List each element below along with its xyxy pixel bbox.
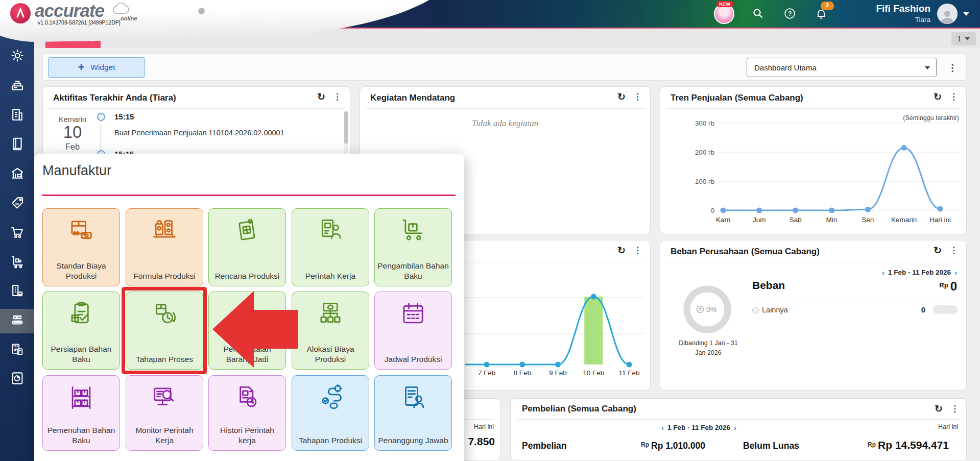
svg-text:7 Feb: 7 Feb — [478, 369, 496, 377]
building-icon — [10, 107, 25, 123]
tutorial-arrow-left-icon — [212, 291, 298, 368]
brand-name[interactable]: accurate — [35, 1, 104, 21]
sidebar-item-reports[interactable] — [0, 370, 34, 386]
svg-text:?: ? — [788, 10, 792, 17]
kebab-icon[interactable]: ⋮ — [333, 92, 342, 101]
sidebar-item-tax[interactable]: TAX — [0, 342, 34, 358]
tile-persiapan-bahan-baku[interactable]: Persiapan Bahan Baku — [42, 292, 120, 370]
refresh-icon[interactable]: ↻ — [934, 92, 942, 102]
timeline-dot — [97, 113, 105, 121]
svg-text:Min: Min — [826, 216, 838, 224]
refresh-icon[interactable]: ↻ — [617, 92, 626, 102]
activity-day-month: Feb — [53, 142, 92, 152]
bank-store-icon — [10, 166, 25, 181]
expense-legend-label: Lainnya — [762, 306, 788, 314]
sidebar-item-bank[interactable] — [0, 165, 34, 182]
sidebar-item-ledger[interactable] — [0, 136, 34, 152]
sales-trend-card: Tren Penjualan (Semua Cabang) ↻ ⋮ (Semin… — [660, 86, 967, 234]
add-widget-button[interactable]: + Widget — [48, 57, 145, 78]
expense-legend-value: 0 — [921, 305, 925, 314]
svg-text:11 Feb: 11 Feb — [618, 369, 639, 377]
help-icon[interactable]: ? — [783, 7, 796, 20]
kebab-icon[interactable]: ⋮ — [633, 92, 642, 101]
tile-formula-produksi[interactable]: Formula Produksi — [126, 208, 203, 286]
activity-text[interactable]: Buat Penerimaan Penjualan 110104.2026.02… — [114, 129, 339, 137]
svg-text:Kemarin: Kemarin — [891, 216, 917, 224]
dashboard-selector[interactable]: Dashboard Utama — [747, 58, 937, 77]
sidebar-item-settings[interactable] — [0, 47, 34, 64]
sidebar-item-inventory[interactable] — [0, 254, 34, 270]
chevron-left-icon[interactable]: ‹ — [882, 268, 885, 277]
expense-legend-delta-pill: - — [933, 305, 958, 314]
divider — [49, 108, 344, 109]
svg-text:Sen: Sen — [862, 216, 874, 224]
activity-time: 15:15 — [114, 112, 134, 121]
brand-sub-label: online — [121, 15, 137, 21]
donut-percent-label: 0% — [706, 305, 716, 313]
tile-jadwal-produksi[interactable]: Jadwal Produksi — [374, 292, 452, 370]
sidebar-item-cash-register[interactable] — [0, 77, 34, 93]
refresh-icon[interactable]: ↻ — [317, 92, 325, 102]
svg-text:Sab: Sab — [790, 216, 802, 224]
tile-rencana-produksi[interactable]: Rencana Produksi — [208, 208, 286, 286]
tile-standar-biaya-produksi[interactable]: Standar Biaya Produksi — [42, 208, 120, 286]
sidebar-item-purchases[interactable] — [0, 224, 34, 240]
highlight-box — [122, 287, 207, 374]
svg-text:Hari ini: Hari ini — [929, 216, 951, 224]
svg-text:TAX: TAX — [13, 345, 18, 348]
expense-date-range: ‹ 1 Feb - 11 Feb 2026 › — [882, 268, 957, 277]
tile-perintah-kerja[interactable]: Perintah Kerja — [292, 208, 369, 286]
svg-text:10 Feb: 10 Feb — [583, 369, 604, 377]
pie-chart-report-icon — [10, 371, 25, 386]
sidebar-item-price-tag[interactable]: Rp — [0, 195, 34, 211]
conveyor-boxes-icon — [10, 312, 25, 328]
tile-pengambilan-bahan-baku[interactable]: Pengambilan Bahan Baku — [374, 208, 452, 286]
book-icon — [10, 136, 25, 152]
refresh-icon[interactable]: ↻ — [935, 404, 943, 414]
user-info[interactable]: Fifi Fashion Tiara — [832, 3, 930, 24]
tile-alokasi-biaya-produksi[interactable]: Alokasi Biaya Produksi — [292, 292, 369, 370]
box-cost-icon — [43, 216, 119, 246]
tile-pemenuhan-bahan-baku[interactable]: Pemenuhan Bahan Baku — [42, 375, 120, 451]
chevron-right-icon[interactable]: › — [734, 423, 736, 432]
period-label: Hari ini — [474, 423, 494, 430]
divider — [666, 262, 960, 262]
activity-day-number: 10 — [53, 123, 92, 142]
expense-donut-chart: 0% — [682, 284, 733, 335]
kebab-icon[interactable]: ⋮ — [949, 246, 958, 255]
chevron-right-icon[interactable]: › — [954, 268, 957, 277]
tile-tahapan-produksi[interactable]: Tahapan Produksi — [292, 375, 369, 451]
purchases-card: Pembelian (Semua Cabang) ↻ ⋮ ‹ 1 Feb - 1… — [510, 398, 967, 461]
sidebar-item-fixed-asset[interactable] — [0, 282, 34, 299]
page-count-selector[interactable]: 1 — [951, 32, 976, 45]
sidebar-item-company[interactable] — [0, 107, 34, 123]
tile-monitor-perintah-kerja[interactable]: Monitor Perintah Kerja — [126, 375, 203, 451]
svg-text:Jum: Jum — [753, 216, 766, 224]
kebab-icon[interactable]: ⋮ — [950, 404, 959, 413]
svg-text:Rp: Rp — [15, 202, 19, 205]
kebab-icon[interactable]: ⋮ — [633, 246, 642, 255]
svg-text:8 Feb: 8 Feb — [513, 369, 531, 377]
kebab-icon[interactable]: ⋮ — [949, 92, 958, 101]
tile-histori-perintah-kerja[interactable]: Histori Perintah kerja — [208, 375, 286, 451]
refresh-icon[interactable]: ↻ — [617, 246, 626, 255]
tax-calculator-icon: TAX — [10, 342, 25, 357]
upcoming-title: Kegiatan Mendatang — [370, 93, 455, 103]
plus-icon: + — [78, 61, 84, 74]
user-avatar[interactable] — [937, 4, 958, 24]
search-icon[interactable] — [752, 7, 764, 19]
gear-icon — [10, 48, 25, 63]
accurate-logo-icon[interactable] — [10, 3, 31, 23]
scrollbar-thumb[interactable] — [344, 111, 348, 144]
price-tag-rp-icon: Rp — [10, 196, 25, 211]
chevron-left-icon[interactable]: ‹ — [661, 423, 664, 432]
toolbar-kebab-icon[interactable]: ⋮ — [948, 62, 957, 74]
user-role: Tiara — [832, 16, 930, 24]
tile-penanggung-jawab[interactable]: Penanggung Jawab — [374, 375, 452, 451]
chevron-down-icon[interactable] — [963, 12, 969, 16]
refresh-icon[interactable]: ↻ — [934, 246, 942, 255]
main-sidebar: Rp — [0, 28, 34, 461]
upcoming-empty-text: Tidak ada kegiatan — [360, 118, 650, 129]
expense-date-range-text: 1 Feb - 11 Feb 2026 — [888, 269, 951, 276]
sidebar-item-manufacture[interactable] — [0, 312, 34, 328]
